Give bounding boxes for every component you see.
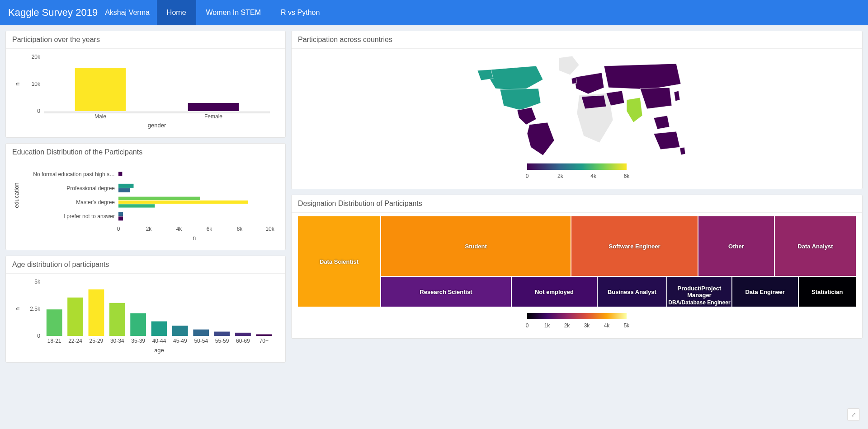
svg-text:3k: 3k <box>584 322 590 329</box>
svg-text:age: age <box>154 347 164 354</box>
chart-age[interactable]: 02.5k5k18-2122-2425-2930-3435-3940-4445-… <box>12 277 279 354</box>
svg-text:0: 0 <box>526 322 529 329</box>
treemap-cell-product-project-manager[interactable]: Product/Project Manager DBA/Database Eng… <box>667 277 731 307</box>
svg-text:55-59: 55-59 <box>215 338 229 344</box>
svg-rect-4 <box>75 68 126 111</box>
svg-rect-46 <box>172 326 188 336</box>
svg-text:45-49: 45-49 <box>173 338 187 344</box>
svg-rect-21 <box>118 188 130 192</box>
svg-text:5k: 5k <box>624 322 630 329</box>
svg-text:4k: 4k <box>590 173 597 179</box>
treemap-cell-not-employed[interactable]: Not employed <box>512 277 597 307</box>
tab-home[interactable]: Home <box>157 0 196 25</box>
svg-text:8k: 8k <box>237 226 243 232</box>
svg-text:5k: 5k <box>34 279 41 285</box>
svg-rect-54 <box>256 334 272 336</box>
svg-rect-36 <box>67 298 83 336</box>
card-title: Participation over the years <box>6 31 285 49</box>
svg-rect-38 <box>89 289 104 336</box>
svg-text:10k: 10k <box>32 81 41 87</box>
svg-text:No formal education past high : No formal education past high s… <box>33 171 115 177</box>
svg-text:2k: 2k <box>564 322 571 329</box>
svg-text:2k: 2k <box>557 173 564 179</box>
svg-text:30-34: 30-34 <box>110 338 124 344</box>
svg-text:4k: 4k <box>604 322 610 329</box>
treemap-cell-data-scientist[interactable]: Data Scientist <box>298 216 380 307</box>
svg-text:0: 0 <box>526 173 529 179</box>
svg-rect-24 <box>118 201 248 204</box>
chart-world-map[interactable] <box>468 52 685 161</box>
svg-text:n: n <box>193 234 196 241</box>
svg-rect-48 <box>193 330 209 336</box>
app-subtitle: Akshaj Verma <box>105 0 150 25</box>
svg-rect-18 <box>118 172 122 176</box>
card-participation-years: Participation over the years 010k20kMale… <box>5 31 286 138</box>
treemap-cell-business-analyst[interactable]: Business Analyst <box>598 277 666 307</box>
svg-text:1k: 1k <box>544 322 551 329</box>
svg-text:4k: 4k <box>176 226 183 232</box>
svg-text:Female: Female <box>204 113 222 120</box>
card-countries: Participation across countries 02k4k6k <box>291 31 863 189</box>
treemap-cell-student[interactable]: Student <box>381 216 571 276</box>
treemap-legend: 01k2k3k4k5k <box>518 310 636 332</box>
svg-text:2k: 2k <box>146 226 152 232</box>
svg-rect-40 <box>109 303 125 336</box>
svg-text:22-24: 22-24 <box>68 338 82 344</box>
svg-rect-50 <box>214 331 230 336</box>
svg-text:0: 0 <box>37 333 40 339</box>
navbar: Kaggle Survey 2019 Akshaj Verma Home Wom… <box>0 0 868 25</box>
svg-text:6k: 6k <box>624 173 630 179</box>
svg-text:10k: 10k <box>265 226 274 232</box>
svg-rect-28 <box>118 216 123 220</box>
svg-text:6k: 6k <box>207 226 213 232</box>
svg-rect-27 <box>118 212 123 216</box>
svg-text:gender: gender <box>148 122 166 129</box>
treemap-cell-statistician[interactable]: Statistician <box>799 277 856 307</box>
svg-text:18-21: 18-21 <box>47 338 61 344</box>
svg-text:25-29: 25-29 <box>90 338 104 344</box>
svg-rect-0 <box>44 111 270 112</box>
treemap-cell-software-engineer[interactable]: Software Engineer <box>571 216 697 276</box>
svg-rect-23 <box>118 197 200 200</box>
tab-women-in-stem[interactable]: Women In STEM <box>196 0 271 25</box>
svg-text:0: 0 <box>37 108 40 114</box>
svg-text:0: 0 <box>117 226 120 232</box>
chart-treemap[interactable]: Data Scientist Student Software Engineer… <box>298 216 856 307</box>
svg-rect-25 <box>118 204 155 207</box>
svg-text:20k: 20k <box>32 54 41 60</box>
tab-r-vs-python[interactable]: R vs Python <box>271 0 330 25</box>
svg-rect-20 <box>118 184 134 188</box>
chart-education[interactable]: 02k4k6k8k10kNo formal education past hig… <box>12 165 279 242</box>
svg-rect-42 <box>130 313 146 336</box>
svg-text:Professional degree: Professional degree <box>66 185 115 191</box>
svg-rect-6 <box>188 103 239 111</box>
card-title: Participation across countries <box>292 31 862 49</box>
map-legend: 02k4k6k <box>518 161 636 182</box>
card-title: Age distribution of participants <box>6 256 285 274</box>
svg-text:35-39: 35-39 <box>131 338 145 344</box>
svg-rect-63 <box>527 313 627 319</box>
treemap-cell-research-scientist[interactable]: Research Scientist <box>381 277 511 307</box>
dashboard: Participation over the years 010k20kMale… <box>0 25 868 368</box>
treemap-cell-dba[interactable]: DBA/Database Engineer <box>668 299 730 306</box>
svg-text:70+: 70+ <box>259 338 269 344</box>
svg-rect-34 <box>47 309 62 336</box>
treemap-cell-data-engineer[interactable]: Data Engineer <box>732 277 798 307</box>
svg-rect-58 <box>527 163 627 170</box>
svg-text:Master's degree: Master's degree <box>76 199 115 205</box>
treemap-cell-data-analyst[interactable]: Data Analyst <box>775 216 856 276</box>
treemap-cell-other[interactable]: Other <box>698 216 774 276</box>
svg-text:n: n <box>14 307 21 310</box>
card-designation: Designation Distribution of Participants… <box>291 195 863 339</box>
card-title: Education Distribution of the Participan… <box>6 144 285 161</box>
card-education: Education Distribution of the Participan… <box>5 143 286 250</box>
svg-text:40-44: 40-44 <box>152 338 166 344</box>
svg-rect-44 <box>151 322 167 336</box>
svg-text:2.5k: 2.5k <box>30 306 41 312</box>
svg-rect-52 <box>235 333 251 336</box>
card-age: Age distribution of participants 02.5k5k… <box>5 256 286 363</box>
chart-participation-years[interactable]: 010k20kMaleFemalegendern <box>12 52 279 129</box>
card-title: Designation Distribution of Participants <box>292 195 862 213</box>
svg-text:I prefer not to answer: I prefer not to answer <box>64 213 115 219</box>
svg-text:Male: Male <box>94 113 106 120</box>
